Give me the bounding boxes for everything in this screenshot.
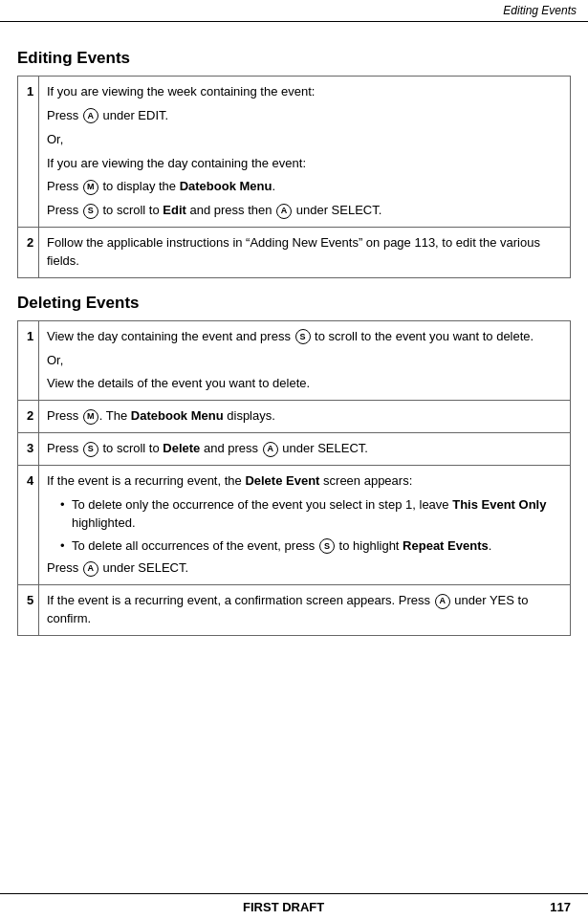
table-row: 2 Follow the applicable instructions in … [18,228,571,278]
step-number: 5 [18,585,39,636]
table-row: 4 If the event is a recurring event, the… [18,465,571,584]
table-row: 1 View the day containing the event and … [18,320,571,401]
step-content: If the event is a recurring event, a con… [39,585,571,636]
step-number: 2 [18,228,39,278]
step-content: If the event is a recurring event, the D… [39,465,571,584]
button-icon-s: S [83,204,98,219]
step-number: 4 [18,465,39,584]
step-para: Press A under SELECT. [47,559,561,578]
step-para: If you are viewing the week containing t… [47,83,561,101]
button-icon-s: S [319,538,335,554]
step-para: If the event is a recurring event, a con… [47,592,561,628]
editing-section-heading: Editing Events [17,49,571,68]
step-content: Follow the applicable instructions in “A… [39,228,571,278]
button-icon-a: A [263,442,278,457]
step-para: Or, [47,131,561,149]
step-para: Press M. The Datebook Menu displays. [47,407,561,426]
button-icon-a: A [83,108,98,123]
step-para: Or, [47,352,561,370]
step-content: Press S to scroll to Delete and press A … [39,433,571,466]
list-item: To delete all occurrences of the event, … [58,537,561,556]
button-icon-m: M [83,180,98,195]
table-row: 2 Press M. The Datebook Menu displays. [18,401,571,433]
step-content: If you are viewing the week containing t… [39,77,571,228]
step-content: View the day containing the event and pr… [39,320,571,401]
deleting-steps-table: 1 View the day containing the event and … [17,320,571,636]
step-para: Follow the applicable instructions in “A… [47,234,561,271]
step-para: Press A under EDIT. [47,107,561,125]
page-header: Editing Events [0,0,588,22]
table-row: 1 If you are viewing the week containing… [18,77,571,228]
button-icon-a: A [83,561,98,577]
step-number: 1 [18,77,39,228]
editing-steps-table: 1 If you are viewing the week containing… [17,76,571,278]
step-para: View the details of the event you want t… [47,375,561,393]
button-icon-s: S [83,442,98,457]
deleting-section-heading: Deleting Events [17,294,571,313]
step-number: 2 [18,401,39,433]
table-row: 3 Press S to scroll to Delete and press … [18,433,571,466]
step-para: View the day containing the event and pr… [47,328,561,346]
button-icon-s: S [295,329,311,344]
page-footer: FIRST DRAFT 117 [0,893,588,920]
step-para: Press S to scroll to Edit and press then… [47,202,561,220]
step-number: 3 [18,433,39,466]
footer-draft-label: FIRST DRAFT [243,900,324,914]
header-title: Editing Events [503,4,577,17]
step-number: 1 [18,320,39,401]
step-para: Press M to display the Datebook Menu. [47,178,561,196]
step-para: If you are viewing the day containing th… [47,155,561,173]
list-item: To delete only the occurrence of the eve… [58,496,561,533]
button-icon-m: M [83,409,98,425]
step-content: Press M. The Datebook Menu displays. [39,401,571,433]
step-para: If the event is a recurring event, the D… [47,472,561,491]
footer-page-number: 117 [550,900,571,914]
button-icon-a: A [435,594,450,609]
button-icon-a2: A [276,204,292,219]
table-row: 5 If the event is a recurring event, a c… [18,585,571,636]
step-para: Press S to scroll to Delete and press A … [47,440,561,458]
bullet-list: To delete only the occurrence of the eve… [58,496,561,556]
main-content: Editing Events 1 If you are viewing the … [0,22,588,709]
